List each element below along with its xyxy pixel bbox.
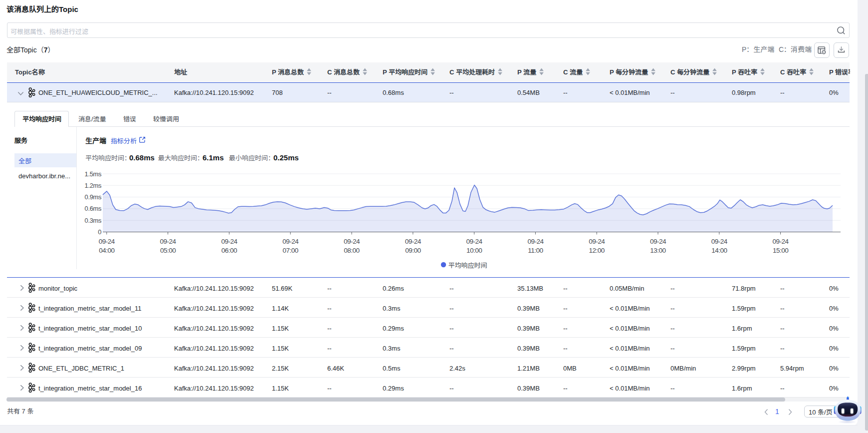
- svg-text:1.2ms: 1.2ms: [85, 182, 102, 189]
- svg-text:0.3ms: 0.3ms: [85, 217, 102, 224]
- svg-text:14:00: 14:00: [711, 247, 727, 254]
- svg-text:09-24: 09-24: [650, 238, 666, 245]
- svg-text:09-24: 09-24: [221, 238, 237, 245]
- svg-text:07:00: 07:00: [283, 247, 298, 254]
- svg-text:04:00: 04:00: [99, 247, 114, 254]
- svg-text:0.6ms: 0.6ms: [85, 205, 102, 212]
- svg-text:11:00: 11:00: [528, 247, 543, 254]
- svg-text:08:00: 08:00: [344, 247, 359, 254]
- svg-text:09-24: 09-24: [711, 238, 728, 245]
- svg-text:09-24: 09-24: [405, 238, 422, 245]
- svg-text:09-24: 09-24: [589, 238, 605, 245]
- svg-text:0.9ms: 0.9ms: [85, 193, 102, 201]
- svg-text:09-24: 09-24: [282, 238, 299, 245]
- svg-text:09-24: 09-24: [773, 238, 789, 245]
- svg-text:09-24: 09-24: [344, 238, 360, 245]
- svg-text:09-24: 09-24: [160, 238, 177, 245]
- svg-text:15:00: 15:00: [773, 247, 788, 254]
- svg-text:平均响应时间: 平均响应时间: [448, 262, 487, 269]
- svg-text:13:00: 13:00: [650, 247, 665, 254]
- svg-text:09-24: 09-24: [527, 238, 544, 245]
- svg-text:10:00: 10:00: [466, 247, 482, 254]
- svg-text:09:00: 09:00: [405, 247, 421, 254]
- svg-text:09-24: 09-24: [99, 238, 115, 245]
- svg-text:06:00: 06:00: [221, 247, 237, 254]
- svg-text:09-24: 09-24: [466, 238, 483, 245]
- svg-text:0: 0: [98, 228, 101, 236]
- svg-text:12:00: 12:00: [589, 247, 605, 254]
- svg-text:05:00: 05:00: [160, 247, 176, 254]
- svg-text:1.5ms: 1.5ms: [85, 170, 102, 178]
